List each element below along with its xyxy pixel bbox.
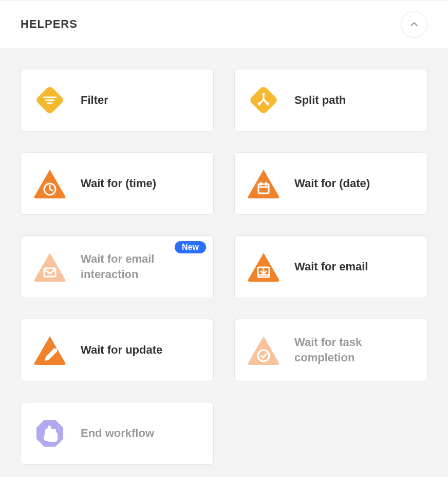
card-wait-for-email[interactable]: Wait for email xyxy=(234,235,427,298)
card-label: Wait for (time) xyxy=(81,176,156,191)
wait-task-completion-icon xyxy=(247,334,280,366)
card-wait-for-date[interactable]: Wait for (date) xyxy=(234,152,427,215)
card-wait-for-update[interactable]: Wait for update xyxy=(21,319,214,381)
helpers-grid: Filter xyxy=(0,48,448,477)
wait-update-icon xyxy=(33,334,66,366)
card-label: Wait for email interaction xyxy=(81,251,201,282)
wait-email-icon xyxy=(247,250,280,283)
card-label: End workflow xyxy=(81,426,154,441)
card-label: Wait for update xyxy=(81,342,162,358)
filter-icon xyxy=(33,84,66,117)
chevron-up-icon xyxy=(408,19,420,30)
new-badge: New xyxy=(175,241,206,253)
card-end-workflow[interactable]: End workflow xyxy=(21,402,214,465)
card-label: Wait for (date) xyxy=(294,176,370,191)
card-label: Wait for task completion xyxy=(294,335,415,365)
wait-date-icon xyxy=(247,167,280,200)
card-label: Wait for email xyxy=(294,259,368,274)
card-filter[interactable]: Filter xyxy=(21,69,214,132)
split-path-icon xyxy=(247,84,280,117)
wait-email-interaction-icon xyxy=(33,250,66,283)
card-wait-for-task-completion[interactable]: Wait for task completion xyxy=(234,319,427,381)
card-split-path[interactable]: Split path xyxy=(234,69,427,132)
section-title: HELPERS xyxy=(21,17,78,31)
card-wait-for-time[interactable]: Wait for (time) xyxy=(21,152,214,215)
helpers-section-header: HELPERS xyxy=(0,0,448,48)
collapse-toggle[interactable] xyxy=(401,11,427,38)
card-label: Split path xyxy=(294,93,346,108)
end-workflow-icon xyxy=(33,417,66,450)
card-wait-for-email-interaction[interactable]: New Wait for email interaction xyxy=(21,235,214,298)
card-label: Filter xyxy=(81,93,108,108)
wait-time-icon xyxy=(33,167,66,200)
